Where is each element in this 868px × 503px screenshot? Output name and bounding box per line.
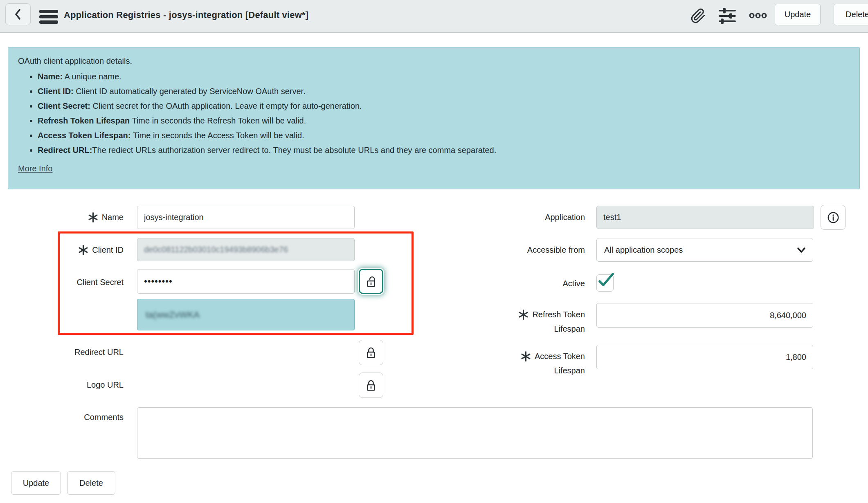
required-icon <box>78 245 88 257</box>
access-token-lifespan-label: Access Token Lifespan <box>453 349 585 378</box>
active-checkbox[interactable] <box>596 274 614 292</box>
footer-update-button[interactable]: Update <box>11 471 61 495</box>
comments-label: Comments <box>25 411 124 423</box>
client-secret-revealed-box: ta(wwZvWKA <box>137 299 355 330</box>
more-actions-button[interactable] <box>748 9 768 22</box>
info-bullet-redirect-url: Redirect URL:The rediect URLs authorizat… <box>38 143 850 157</box>
info-bullet-name: Name: A unique name. <box>38 69 850 84</box>
refresh-token-lifespan-label: Refresh Token Lifespan <box>453 308 585 336</box>
application-registry-screen: Application Registries - josys-integrati… <box>0 0 868 503</box>
more-actions-icon <box>749 12 767 19</box>
info-icon <box>827 211 839 224</box>
accessible-from-select[interactable]: All application scopes <box>596 238 813 262</box>
form-header: Application Registries - josys-integrati… <box>0 0 868 33</box>
paperclip-icon <box>690 8 706 24</box>
info-bullet-client-id: Client ID: Client ID automatically gener… <box>38 84 850 99</box>
application-info-button[interactable] <box>821 205 846 230</box>
info-bullet-refresh-token: Refresh Token Lifespan Time in seconds t… <box>38 113 850 128</box>
chevron-left-icon <box>13 8 23 20</box>
more-info-link[interactable]: More Info <box>18 164 52 173</box>
logo-url-lock-button[interactable] <box>359 373 383 398</box>
client-secret-masked-value: •••••••• <box>144 276 173 287</box>
client-secret-revealed-value: ta(wwZvWKA <box>146 310 200 320</box>
active-label: Active <box>486 278 585 289</box>
lock-icon <box>365 379 377 392</box>
client-id-label: Client ID <box>25 244 124 257</box>
comments-textarea[interactable] <box>137 407 813 459</box>
info-bullet-access-token: Access Token Lifespan: Time in seconds t… <box>38 128 850 143</box>
client-secret-unlock-button[interactable] <box>359 269 383 294</box>
access-token-lifespan-input[interactable] <box>596 345 813 369</box>
client-id-field: de0c081122b03010c19493b8906b3e76 <box>137 238 355 261</box>
info-intro: OAuth client application details. <box>18 54 850 68</box>
chevron-down-icon <box>796 247 806 254</box>
application-field: test1 <box>596 206 814 229</box>
form-context-menu-button[interactable] <box>38 7 59 27</box>
client-secret-label: Client Secret <box>25 276 124 288</box>
header-delete-button[interactable]: Delete <box>834 4 868 25</box>
page-title: Application Registries - josys-integrati… <box>64 10 308 20</box>
info-bullet-client-secret: Client Secret: Client secret for the OAu… <box>38 99 850 113</box>
header-update-button[interactable]: Update <box>775 4 821 25</box>
personalize-form-button[interactable] <box>717 7 737 25</box>
redirect-url-label: Redirect URL <box>25 346 124 358</box>
required-icon <box>518 310 528 322</box>
attachment-button[interactable] <box>689 6 707 26</box>
client-secret-field[interactable]: •••••••• <box>137 269 355 294</box>
lock-icon <box>365 346 377 359</box>
back-button[interactable] <box>5 3 31 25</box>
redirect-url-lock-button[interactable] <box>359 340 383 365</box>
accessible-from-value: All application scopes <box>604 245 683 255</box>
required-icon <box>88 212 98 225</box>
footer-delete-button[interactable]: Delete <box>67 471 115 495</box>
name-input[interactable] <box>137 206 355 229</box>
accessible-from-label: Accessible from <box>486 244 585 256</box>
checkmark-icon <box>596 271 615 290</box>
application-value: test1 <box>603 213 621 222</box>
oauth-info-message: OAuth client application details. Name: … <box>8 47 860 189</box>
unlock-icon <box>365 275 377 288</box>
required-icon <box>521 351 531 364</box>
refresh-token-lifespan-input[interactable] <box>596 303 813 328</box>
client-id-value: de0c081122b03010c19493b8906b3e76 <box>144 245 288 254</box>
sliders-icon <box>718 7 736 25</box>
application-label: Application <box>486 211 585 223</box>
info-bullet-list: Name: A unique name. Client ID: Client I… <box>18 69 850 157</box>
name-label: Name <box>25 211 124 225</box>
hamburger-menu-icon <box>39 10 58 13</box>
logo-url-label: Logo URL <box>25 379 124 391</box>
